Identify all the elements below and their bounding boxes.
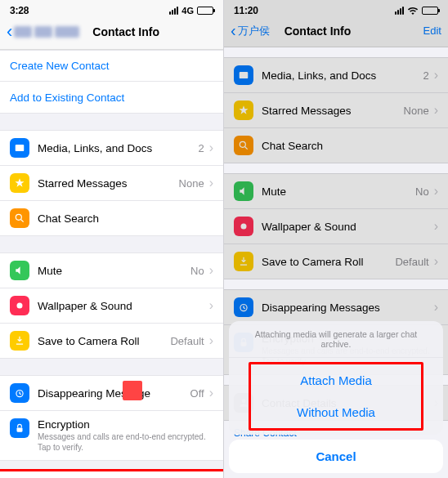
status-bar: 3:28 4G	[0, 0, 223, 18]
row-label: Starred Messages	[38, 177, 128, 190]
row-value: 2›	[423, 68, 438, 83]
add-existing-contact-row[interactable]: Add to Existing Contact	[0, 82, 223, 113]
row-label: Mute	[262, 185, 286, 198]
chevron-right-icon: ›	[209, 298, 213, 313]
timer-icon	[234, 297, 253, 317]
back-chevron-icon: ‹	[231, 21, 236, 40]
back-label: 万户侯	[238, 24, 270, 38]
download-icon	[234, 252, 253, 271]
row-label: Disappearing Messages	[262, 302, 380, 314]
svg-point-9	[241, 224, 247, 230]
back-chevron-icon[interactable]: ‹	[7, 21, 12, 42]
back-button[interactable]: ‹万户侯	[231, 21, 270, 40]
svg-point-1	[16, 214, 21, 220]
chevron-right-icon: ›	[209, 333, 213, 348]
status-time: 11:20	[234, 5, 258, 16]
group-settings: Mute No› Wallpaper & Sound › Save to Cam…	[0, 252, 223, 359]
chevron-right-icon: ›	[434, 68, 438, 83]
battery-icon	[197, 7, 213, 15]
star-icon	[234, 101, 253, 120]
row-label: Media, Links, and Docs	[262, 69, 376, 82]
save-camera-roll-row[interactable]: Save to Camera Roll Default›	[0, 324, 223, 358]
row-label: Wallpaper & Sound	[38, 300, 132, 312]
row-value: Default›	[170, 333, 213, 348]
action-sheet: Attaching media will generate a larger c…	[224, 316, 448, 478]
group-settings: Mute No› Wallpaper & Sound › Save to Cam…	[224, 173, 448, 279]
status-bar: 11:20	[224, 0, 448, 18]
group-privacy: Disappearing Message Off› Encryption Mes…	[0, 375, 223, 461]
annotation-highlight: Attach Media Without Media	[249, 362, 423, 431]
nav-bar: ‹万户侯 Contact Info Edit	[224, 18, 448, 47]
wallpaper-sound-row[interactable]: Wallpaper & Sound ›	[0, 288, 223, 324]
svg-rect-0	[16, 145, 25, 151]
svg-line-2	[21, 220, 24, 222]
disappearing-messages-row[interactable]: Disappearing Message Off›	[0, 376, 223, 411]
status-time: 3:28	[10, 5, 29, 16]
chevron-right-icon: ›	[434, 300, 438, 315]
media-links-docs-row[interactable]: Media, Links, and Docs 2›	[224, 58, 448, 93]
row-value: ›	[434, 300, 438, 315]
row-value: No›	[190, 263, 213, 278]
status-right: 4G	[169, 6, 213, 16]
media-links-docs-row[interactable]: Media, Links, and Docs 2›	[0, 131, 223, 166]
row-value: ›	[209, 298, 213, 313]
photos-icon	[10, 138, 29, 158]
export-chat-row[interactable]: Export Chat	[0, 469, 224, 478]
chevron-right-icon: ›	[434, 103, 438, 118]
chevron-right-icon: ›	[434, 184, 438, 199]
group-media: Media, Links, and Docs 2› Starred Messag…	[0, 130, 223, 236]
starred-messages-row[interactable]: Starred Messages None›	[224, 93, 448, 128]
encryption-row[interactable]: Encryption Messages and calls are end-to…	[0, 411, 223, 460]
nav-bar: ‹ Contact Info	[0, 18, 223, 50]
signal-icon	[395, 7, 404, 15]
mute-row[interactable]: Mute No›	[0, 253, 223, 288]
chat-search-row[interactable]: Chat Search	[224, 128, 448, 163]
row-label: Mute	[38, 265, 62, 277]
edit-button[interactable]: Edit	[423, 25, 441, 37]
group-media: Media, Links, and Docs 2› Starred Messag…	[224, 57, 448, 163]
without-media-button[interactable]: Without Media	[251, 396, 421, 428]
lock-icon	[10, 418, 29, 438]
wallpaper-icon	[234, 217, 253, 236]
mute-row[interactable]: Mute No›	[224, 174, 448, 209]
chevron-right-icon: ›	[209, 141, 213, 155]
nav-title: Contact Info	[284, 25, 352, 38]
network-label: 4G	[181, 6, 194, 16]
group-contact-actions: Create New Contact Add to Existing Conta…	[0, 50, 223, 114]
signal-icon	[169, 7, 178, 15]
svg-rect-5	[17, 427, 23, 431]
save-camera-roll-row[interactable]: Save to Camera Roll Default›	[224, 244, 448, 279]
search-icon	[234, 136, 253, 155]
svg-rect-6	[240, 72, 249, 78]
row-label: Chat Search	[38, 212, 99, 225]
row-value: None›	[179, 176, 213, 190]
status-right	[395, 7, 438, 15]
cancel-button[interactable]: Cancel	[229, 440, 443, 473]
row-label: Chat Search	[262, 140, 323, 152]
row-label: Save to Camera Roll	[262, 256, 364, 268]
nav-title: Contact Info	[92, 25, 159, 38]
speaker-icon	[10, 261, 29, 280]
timer-icon	[10, 383, 29, 403]
action-sheet-card: Attaching media will generate a larger c…	[229, 321, 443, 435]
row-value: ›	[434, 219, 438, 234]
svg-line-8	[245, 147, 248, 150]
star-icon	[10, 173, 29, 193]
chevron-right-icon: ›	[209, 263, 213, 278]
wallpaper-sound-row[interactable]: Wallpaper & Sound ›	[224, 209, 448, 244]
attach-media-button[interactable]: Attach Media	[251, 364, 421, 396]
row-sublabel: Messages and calls are end-to-end encryp…	[38, 431, 213, 453]
photos-icon	[234, 65, 253, 85]
chat-search-row[interactable]: Chat Search	[0, 201, 223, 235]
chevron-right-icon: ›	[434, 219, 438, 234]
chevron-right-icon: ›	[209, 176, 213, 190]
create-new-contact-row[interactable]: Create New Contact	[0, 51, 223, 82]
starred-messages-row[interactable]: Starred Messages None›	[0, 166, 223, 201]
group-chat-actions: Export Chat Clear Chat	[0, 471, 223, 478]
wifi-icon	[407, 7, 419, 15]
row-value: Default›	[395, 254, 438, 269]
row-label: Add to Existing Contact	[10, 92, 124, 104]
back-label-obscured[interactable]	[14, 26, 79, 38]
chevron-right-icon: ›	[434, 254, 438, 269]
row-label: Wallpaper & Sound	[262, 221, 356, 233]
